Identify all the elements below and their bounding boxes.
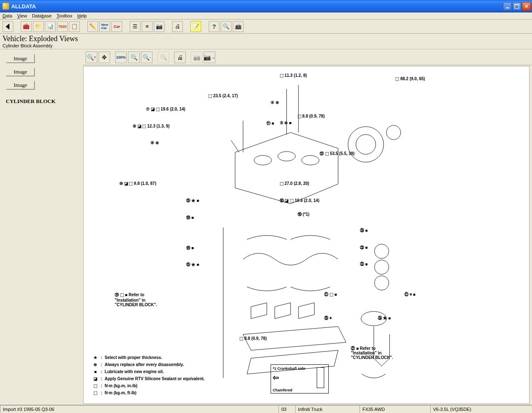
note-icon[interactable]: 📝 xyxy=(190,21,201,32)
app-icon xyxy=(2,3,9,10)
callout-torque-1: ⬚ 11.3 (1.2, 8) xyxy=(280,73,307,78)
callout-torque-9: ⬚ 27.0 (2.8, 20) xyxy=(280,181,309,186)
status-import: Import #3 1995-05 Q3-06 xyxy=(0,405,278,413)
zoom-disabled-icon: 🔍 xyxy=(158,52,169,63)
exploded-view-diagram xyxy=(119,73,493,390)
menu-database[interactable]: Database xyxy=(32,13,52,18)
svg-point-5 xyxy=(386,125,400,140)
callout-torque-4: ⑦ ◪ ⬚ 19.6 (2.0, 14) xyxy=(146,107,185,111)
back-button[interactable] xyxy=(2,21,13,32)
svg-point-3 xyxy=(348,127,384,162)
svg-point-7 xyxy=(374,260,389,274)
status-make: Infiniti Truck xyxy=(295,405,360,413)
tool-icon-6[interactable]: ✏️ xyxy=(87,21,98,32)
tool-icon-3[interactable]: 📊 xyxy=(45,21,56,32)
callout-torque-3: ⬚ 23.5 (2.4, 17) xyxy=(208,93,238,98)
callout-ref-2: ㉗ ■ Refer to "Installation" in "CYLINDER… xyxy=(351,346,397,360)
status-engine: V6-3.5L (VQ35DE) xyxy=(430,405,532,413)
diagram-legend: ★ : Select with proper thickness. ⊗ : Al… xyxy=(92,354,204,397)
car-button[interactable]: Car xyxy=(111,21,122,32)
sidebar-label: CYLINDER BLOCK xyxy=(6,98,76,105)
diagram-viewer[interactable]: ⬚ 11.3 (1.2, 8) ⬚ 88.2 (9.0, 65) ⬚ 23.5 … xyxy=(83,66,530,404)
svg-point-8 xyxy=(374,276,389,290)
print-image-icon[interactable]: 🖨 xyxy=(174,52,186,63)
svg-point-0 xyxy=(254,155,271,165)
callout-sym-13: ㉑ ⊗ ■ xyxy=(404,292,416,297)
callout-sym-2: ⑧ ⊗ xyxy=(150,140,159,145)
vehicle-header: Vehicle: Exploded Views Cylinder Block A… xyxy=(0,34,532,49)
svg-point-1 xyxy=(278,152,295,161)
main-toolbar: 🧰 📁 📊 7520 📋 ✏️ NewCar Car ☰ ≡ 📷 🖨 📝 ? 🔍… xyxy=(0,20,532,34)
camera-image-icon: 📷 xyxy=(191,52,202,63)
callout-sym-11: ⑪ ■ xyxy=(266,120,274,126)
callout-sym-9: ㉓ ■ xyxy=(360,245,368,250)
zoom-tool-icon[interactable]: 🔍 xyxy=(128,52,140,63)
close-button[interactable] xyxy=(522,2,531,11)
zoom-in-icon[interactable]: 🔍+ xyxy=(86,52,97,63)
svg-point-6 xyxy=(374,244,389,258)
fax-icon[interactable]: 📠 xyxy=(233,21,244,32)
window-title: ALLDATA xyxy=(11,3,503,10)
callout-note-1: ⑲ (*1) xyxy=(298,211,310,217)
callout-torque-2: ⬚ 88.2 (9.0, 65) xyxy=(395,76,425,81)
callout-torque-8: ⑩ ◪ ⬚ 9.8 (1.0, 87) xyxy=(119,181,156,186)
minimize-button[interactable] xyxy=(503,2,512,11)
callout-sym-7: ⑮ ★ ■ xyxy=(186,262,200,268)
tool-icon-2[interactable]: 📁 xyxy=(33,21,44,32)
menu-view[interactable]: View xyxy=(17,13,27,18)
status-code: 03 xyxy=(278,405,295,413)
callout-sym-3: ⑤ ⊗ ■ xyxy=(280,120,292,125)
help-icon[interactable]: ? xyxy=(209,21,219,32)
search-icon[interactable]: 🔍 xyxy=(221,21,232,32)
new-car-button[interactable]: NewCar xyxy=(99,21,110,32)
callout-ref-1: ⑳ ⬚ ■ Refer to "Installation" in "CYLIND… xyxy=(115,292,160,307)
menubar: Data View Database Toolbox Help xyxy=(0,12,532,20)
menu-toolbox[interactable]: Toolbox xyxy=(57,13,72,18)
menu-help[interactable]: Help xyxy=(77,13,87,18)
sidebar: Image Image Image CYLINDER BLOCK xyxy=(0,50,83,405)
callout-sym-8: ㉔ ■ xyxy=(360,228,368,233)
menu-data[interactable]: Data xyxy=(2,13,12,18)
svg-point-2 xyxy=(302,155,319,165)
callout-sym-5: ⑱ ■ xyxy=(186,215,194,221)
callout-sym-10: ㉒ ■ xyxy=(360,262,368,266)
zoom-100-icon[interactable]: 100% xyxy=(115,52,127,63)
callout-sym-12: ㉑ ⬚ ■ xyxy=(324,292,337,297)
svg-line-13 xyxy=(231,140,239,152)
image-button-1[interactable]: Image xyxy=(6,54,35,63)
image-toolbar: 🔍+ ✥ 100% 🔍 🔍- 🔍 🖨 📷 📷→ xyxy=(83,50,532,65)
callout-torque-6: ⑨ ◪ ⬚ 12.3 (1.3, 9) xyxy=(133,124,170,128)
image-button-2[interactable]: Image xyxy=(6,67,35,76)
crankshaft-inset: *1 Crankshaft side ⇦ Chamfered xyxy=(271,364,329,393)
callout-sym-14: ㉕ ⊗ xyxy=(324,316,332,320)
titlebar: ALLDATA xyxy=(0,0,532,12)
camera-next-icon[interactable]: 📷→ xyxy=(204,52,215,63)
callout-torque-10: ⑯ ◪ ⬚ 19.6 (2.0, 14) xyxy=(280,198,320,204)
pan-icon[interactable]: ✥ xyxy=(99,52,110,63)
image-button-3[interactable]: Image xyxy=(6,81,35,90)
print-icon[interactable]: 🖨 xyxy=(172,21,183,32)
tool-icon-8[interactable]: ≡ xyxy=(142,21,153,32)
callout-sym-4: ⑮ ★ ■ xyxy=(186,198,200,204)
header-title: Vehicle: Exploded Views xyxy=(2,34,530,43)
callout-sym-15: ㉔ ★ ■ xyxy=(378,316,391,320)
callout-torque-5: ⬚ 8.8 (0.9, 78) xyxy=(298,114,325,118)
callout-sym-6: ⑱ ■ xyxy=(186,245,194,251)
callout-sym-1: ④ ⊗ xyxy=(271,100,279,105)
status-model: FX35 AWD xyxy=(360,405,430,413)
zoom-out-icon[interactable]: 🔍- xyxy=(141,52,153,63)
callout-torque-12: ⬚ 8.8 (0.9, 78) xyxy=(239,336,267,341)
callout-torque-7: ⑬ ⬚ 53.5 (5.5, 39) xyxy=(320,151,355,157)
camera-icon[interactable]: 📷 xyxy=(154,21,165,32)
svg-point-4 xyxy=(356,135,376,155)
tool-icon-4[interactable]: 7520 xyxy=(57,21,68,32)
header-subtitle: Cylinder Block Assembly xyxy=(2,43,530,48)
statusbar: Import #3 1995-05 Q3-06 03 Infiniti Truc… xyxy=(0,405,532,413)
maximize-button[interactable] xyxy=(512,2,521,11)
tool-icon-1[interactable]: 🧰 xyxy=(21,21,32,32)
tool-icon-7[interactable]: ☰ xyxy=(130,21,140,32)
tool-icon-5[interactable]: 📋 xyxy=(69,21,80,32)
